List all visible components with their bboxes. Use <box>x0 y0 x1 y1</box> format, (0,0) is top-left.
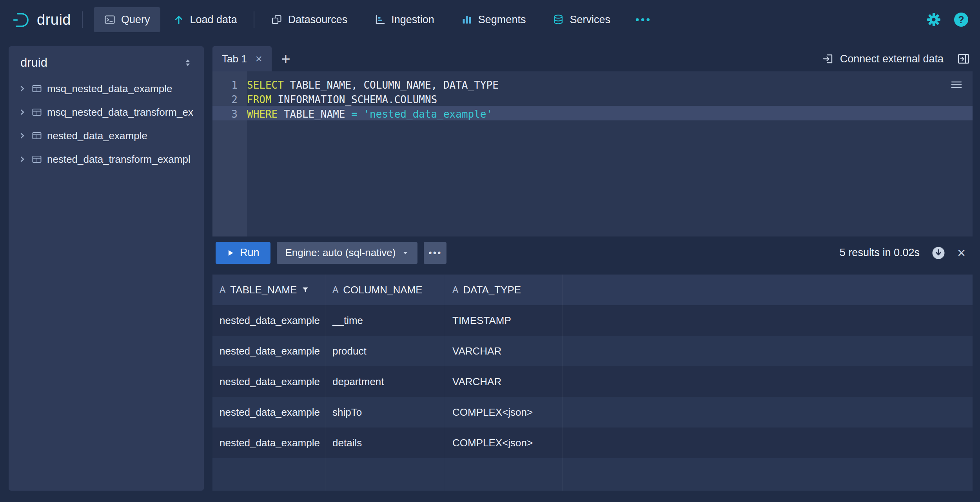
druid-console: druid Query Load data <box>0 0 980 502</box>
result-row: nested_data_example details COMPLEX<json… <box>212 427 973 458</box>
table-icon <box>31 107 42 118</box>
result-cell[interactable]: __time <box>325 305 445 336</box>
result-cell[interactable]: nested_data_example <box>212 366 325 397</box>
code-lines: 1 SELECT TABLE_NAME, COLUMN_NAME, DATA_T… <box>212 71 973 121</box>
sidebar-header[interactable]: druid <box>9 46 204 77</box>
help-icon[interactable]: ? <box>954 13 968 27</box>
chevron-right-icon[interactable] <box>18 131 27 140</box>
results-status: 5 results in 0.02s <box>840 247 920 259</box>
druid-logo[interactable]: druid <box>12 10 71 29</box>
more-nav-icon[interactable]: ••• <box>632 13 655 26</box>
empty-cell <box>325 458 445 491</box>
column-header-data-type[interactable]: A DATA_TYPE <box>445 275 563 305</box>
sql-editor[interactable]: 1 SELECT TABLE_NAME, COLUMN_NAME, DATA_T… <box>212 71 973 236</box>
result-cell-empty <box>563 427 973 458</box>
result-cell[interactable]: COMPLEX<json> <box>445 397 563 427</box>
result-row: nested_data_example __time TIMESTAMP <box>212 305 973 336</box>
results-table: A TABLE_NAME A COLUMN_NAME A DATA_TYPE <box>212 275 973 491</box>
result-cell[interactable]: nested_data_example <box>212 336 325 366</box>
connect-external-data-button[interactable]: Connect external data <box>822 53 944 65</box>
table-name: nested_data_example <box>47 130 147 142</box>
close-tab-icon[interactable]: × <box>256 53 263 65</box>
segments-icon <box>461 14 473 25</box>
tab-tab1[interactable]: Tab 1 × <box>212 46 272 71</box>
result-cell[interactable]: COMPLEX<json> <box>445 427 563 458</box>
engine-select[interactable]: Engine: auto (sql-native) <box>277 242 418 264</box>
empty-cell <box>563 458 973 491</box>
settings-gear-icon[interactable] <box>927 13 941 27</box>
result-cell[interactable]: nested_data_example <box>212 427 325 458</box>
brand-name: druid <box>37 11 71 28</box>
string-type-icon: A <box>332 285 338 295</box>
navbar-divider <box>82 11 83 28</box>
nav-item-label: Segments <box>478 14 526 26</box>
nav-item-query[interactable]: Query <box>94 7 160 32</box>
console-icon <box>104 14 116 25</box>
result-cell[interactable]: VARCHAR <box>445 336 563 366</box>
tabbar-right: Connect external data <box>822 46 973 71</box>
column-header-table-name[interactable]: A TABLE_NAME <box>212 275 325 305</box>
nav-item-label: Services <box>570 14 610 26</box>
tree-item-table[interactable]: nested_data_example <box>9 124 204 147</box>
result-cell[interactable]: nested_data_example <box>212 305 325 336</box>
more-options-button[interactable]: ••• <box>424 242 446 264</box>
column-header-empty <box>563 275 973 305</box>
sort-toggle-icon[interactable] <box>183 58 193 68</box>
nav-item-segments[interactable]: Segments <box>456 7 532 32</box>
result-cell-empty <box>563 397 973 427</box>
line-number: 1 <box>212 79 247 91</box>
column-header-column-name[interactable]: A COLUMN_NAME <box>325 275 445 305</box>
table-name: msq_nested_data_transform_ex <box>47 106 193 118</box>
chevron-right-icon[interactable] <box>18 108 27 116</box>
nav-group: Datasources Ingestion <box>265 7 656 32</box>
download-icon[interactable] <box>931 245 946 261</box>
table-name: msq_nested_data_example <box>47 83 172 95</box>
run-bar: Run Engine: auto (sql-native) ••• 5 resu… <box>212 236 973 269</box>
results-header-row: A TABLE_NAME A COLUMN_NAME A DATA_TYPE <box>212 275 973 305</box>
nav-item-load-data[interactable]: Load data <box>167 7 243 32</box>
empty-cell <box>212 458 325 491</box>
nav-item-label: Ingestion <box>391 14 434 26</box>
add-tab-button[interactable]: + <box>272 46 299 71</box>
top-navbar: druid Query Load data <box>0 0 980 39</box>
result-cell[interactable]: VARCHAR <box>445 366 563 397</box>
import-data-icon <box>822 53 835 65</box>
filter-funnel-icon[interactable] <box>301 286 309 294</box>
code-line: 2 FROM INFORMATION_SCHEMA.COLUMNS <box>212 92 973 107</box>
tree-item-table[interactable]: msq_nested_data_example <box>9 77 204 100</box>
chevron-right-icon[interactable] <box>18 155 27 164</box>
run-button[interactable]: Run <box>216 242 270 264</box>
result-cell[interactable]: nested_data_example <box>212 397 325 427</box>
result-cell-empty <box>563 366 973 397</box>
chevron-right-icon[interactable] <box>18 84 27 93</box>
navbar-divider <box>254 11 254 28</box>
open-panel-icon[interactable] <box>957 52 970 65</box>
result-cell[interactable]: TIMESTAMP <box>445 305 563 336</box>
column-header-label: COLUMN_NAME <box>343 284 422 296</box>
result-cell[interactable]: shipTo <box>325 397 445 427</box>
result-cell[interactable]: details <box>325 427 445 458</box>
result-cell[interactable]: product <box>325 336 445 366</box>
string-type-icon: A <box>452 285 458 295</box>
line-number: 3 <box>212 108 247 120</box>
upload-arrow-icon <box>173 14 185 25</box>
sql-text: SELECT TABLE_NAME, COLUMN_NAME, DATA_TYP… <box>247 79 499 91</box>
editor-menu-icon[interactable] <box>950 78 963 92</box>
nav-item-label: Query <box>121 14 150 26</box>
result-cell[interactable]: department <box>325 366 445 397</box>
nav-item-services[interactable]: Services <box>547 7 616 32</box>
engine-label: Engine: auto (sql-native) <box>285 247 396 259</box>
tree-item-table[interactable]: nested_data_transform_exampl <box>9 147 204 171</box>
table-name: nested_data_transform_exampl <box>47 153 191 166</box>
tab-bar: Tab 1 × + Connect external data <box>212 46 973 71</box>
nav-item-datasources[interactable]: Datasources <box>265 7 353 32</box>
close-results-icon[interactable]: × <box>957 246 965 260</box>
services-icon <box>552 14 564 25</box>
nav-item-label: Datasources <box>288 14 348 26</box>
chevron-down-icon <box>402 249 409 256</box>
sql-text: WHERE TABLE_NAME = 'nested_data_example' <box>247 108 492 120</box>
nav-item-ingestion[interactable]: Ingestion <box>368 7 440 32</box>
tree-item-table[interactable]: msq_nested_data_transform_ex <box>9 100 204 124</box>
play-icon <box>227 249 234 257</box>
connect-external-data-label: Connect external data <box>840 53 944 65</box>
